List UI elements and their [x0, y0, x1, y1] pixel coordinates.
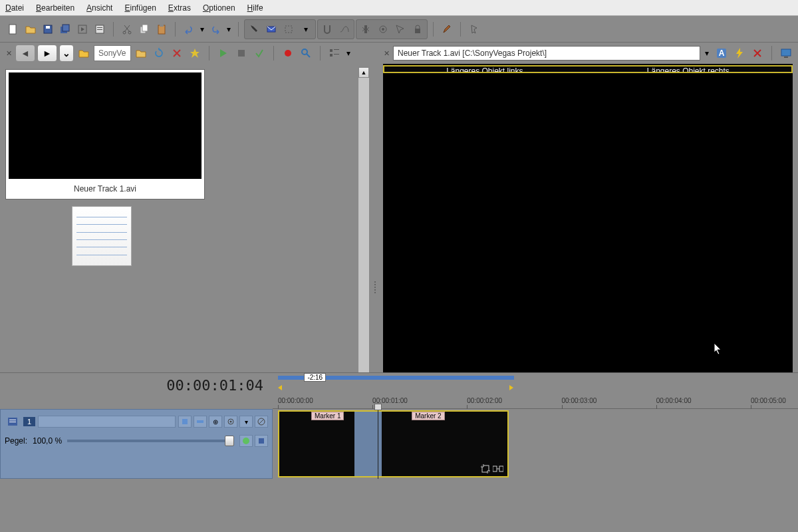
view-mode-icon[interactable] — [327, 45, 342, 61]
close-preview-icon[interactable]: ✕ — [382, 49, 391, 58]
ripple-icon[interactable] — [375, 21, 391, 37]
search-icon[interactable] — [298, 45, 314, 61]
clip-marker-2[interactable]: Marker 2 — [412, 412, 444, 420]
pegel-slider[interactable] — [67, 440, 234, 442]
slider-handle[interactable] — [225, 436, 234, 446]
fx-a-icon[interactable]: A — [714, 45, 730, 61]
timeline-playhead[interactable] — [378, 409, 378, 479]
play-icon[interactable] — [215, 45, 231, 61]
track-gear-dd-icon[interactable]: ▾ — [239, 416, 253, 428]
nav-fwd-button[interactable]: ► — [37, 45, 57, 62]
track-automation-icon[interactable]: ⊕ — [209, 416, 222, 428]
menu-optionen[interactable]: Optionen — [203, 3, 235, 13]
normal-edit-icon[interactable] — [392, 21, 408, 37]
save-all-icon[interactable] — [57, 21, 73, 37]
svg-rect-0 — [9, 25, 16, 34]
copy-icon[interactable] — [136, 21, 152, 37]
clip-marker-1[interactable]: Marker 1 — [311, 412, 344, 420]
preview-dropdown-icon[interactable]: ▾ — [702, 49, 712, 58]
svg-point-60 — [230, 421, 232, 423]
track-solo-icon[interactable] — [255, 435, 268, 447]
lock-icon[interactable] — [410, 21, 426, 37]
svg-rect-1 — [44, 25, 52, 33]
track-name-field[interactable] — [38, 416, 176, 428]
preview-obj-long-left: Längeres Objekt links — [446, 66, 523, 72]
preview-title-field[interactable]: Neuer Track 1.avi [C:\SonyVegas Projekt\… — [393, 46, 700, 61]
undo-dropdown-icon[interactable]: ▾ — [198, 21, 206, 37]
external-monitor-icon[interactable] — [778, 45, 794, 61]
timeline-overview[interactable]: -2:16 — [273, 373, 798, 397]
undo-icon[interactable] — [181, 21, 197, 37]
redo-icon[interactable] — [207, 21, 223, 37]
new-file-icon[interactable] — [5, 21, 21, 37]
svg-text:A: A — [719, 49, 725, 58]
close-panel-icon[interactable]: ✕ — [4, 49, 13, 58]
favorite-icon[interactable] — [187, 45, 203, 61]
refresh-icon[interactable] — [151, 45, 167, 61]
folder-yellow-icon[interactable] — [76, 45, 92, 61]
media-thumbnail[interactable]: Neuer Track 1.avi — [5, 69, 205, 200]
view-dropdown-icon[interactable]: ▾ — [344, 45, 352, 61]
menu-datei[interactable]: Datei — [5, 3, 24, 13]
redo-dropdown-icon[interactable]: ▾ — [225, 21, 233, 37]
timeline-timecode[interactable]: 00:00:01:04 — [0, 377, 273, 394]
open-folder-icon[interactable] — [23, 21, 39, 37]
track-fx-icon[interactable] — [194, 416, 207, 428]
video-track-lane[interactable]: Marker 1 Marker 2 — [273, 409, 798, 479]
svg-rect-64 — [482, 466, 489, 472]
track-gear-icon[interactable] — [224, 416, 237, 428]
delete-icon[interactable] — [169, 45, 185, 61]
svg-point-9 — [123, 31, 126, 34]
address-field[interactable]: SonyVe — [94, 45, 131, 61]
svg-point-62 — [243, 438, 249, 444]
brush-icon[interactable] — [439, 21, 455, 37]
auto-crossfade-icon[interactable] — [336, 21, 352, 37]
scroll-up-icon[interactable]: ▲ — [358, 67, 369, 78]
svg-rect-5 — [78, 25, 86, 33]
cut-icon[interactable] — [119, 21, 135, 37]
menu-hilfe[interactable]: Hilfe — [247, 3, 263, 13]
menu-bearbeiten[interactable]: Bearbeiten — [36, 3, 74, 13]
zoom-tool-icon[interactable]: ▾ — [298, 21, 314, 37]
media-thumbnail-label: Neuer Track 1.avi — [71, 179, 139, 196]
track-number: 1 — [23, 417, 35, 426]
auto-preview-icon[interactable] — [251, 45, 267, 61]
text-file-icon[interactable] — [72, 206, 132, 266]
selection-tool-icon[interactable] — [281, 21, 297, 37]
render-icon[interactable] — [74, 21, 90, 37]
svg-rect-6 — [96, 25, 104, 33]
track-disable-icon[interactable] — [255, 416, 268, 428]
track-mute-icon[interactable] — [239, 435, 253, 447]
video-track-header[interactable]: 1 ⊕ ▾ Pegel: 100,0 % — [0, 409, 273, 479]
envelope-tool-icon[interactable] — [263, 21, 279, 37]
menu-extras[interactable]: Extras — [168, 3, 191, 13]
stop-icon[interactable] — [233, 45, 249, 61]
svg-point-18 — [382, 28, 384, 31]
properties-icon[interactable] — [92, 21, 108, 37]
track-bypass-icon[interactable] — [178, 416, 192, 428]
snap-icon[interactable] — [319, 21, 335, 37]
bolt-icon[interactable] — [732, 45, 747, 61]
svg-rect-25 — [330, 49, 332, 52]
menu-einfuegen[interactable]: Einfügen — [124, 3, 156, 13]
clip-fx-icon[interactable] — [493, 464, 503, 473]
folder-open-icon[interactable] — [133, 45, 149, 61]
video-thumb-preview — [9, 72, 201, 179]
svg-rect-15 — [267, 27, 275, 32]
nav-up-button[interactable]: ⌄ — [59, 45, 74, 62]
timeline-ruler[interactable]: 00:00:00:00 00:00:01:00 00:00:02:00 00:0… — [273, 397, 798, 409]
trim-icon[interactable] — [358, 21, 374, 37]
save-icon[interactable] — [40, 21, 56, 37]
close-red-icon[interactable] — [749, 45, 765, 61]
video-clip[interactable]: Marker 1 Marker 2 — [278, 410, 509, 477]
timeline-empty-area[interactable] — [0, 479, 798, 532]
menu-ansicht[interactable]: Ansicht — [86, 3, 112, 13]
help-icon[interactable] — [466, 21, 482, 37]
ruler-tick: 00:00:05:00 — [751, 397, 786, 404]
record-icon[interactable] — [280, 45, 296, 61]
paste-icon[interactable] — [154, 21, 170, 37]
edit-tool-icon[interactable] — [246, 21, 262, 37]
track-collapse-icon[interactable] — [5, 414, 21, 430]
nav-back-button[interactable]: ◄ — [15, 45, 35, 62]
clip-crop-icon[interactable] — [481, 464, 490, 473]
